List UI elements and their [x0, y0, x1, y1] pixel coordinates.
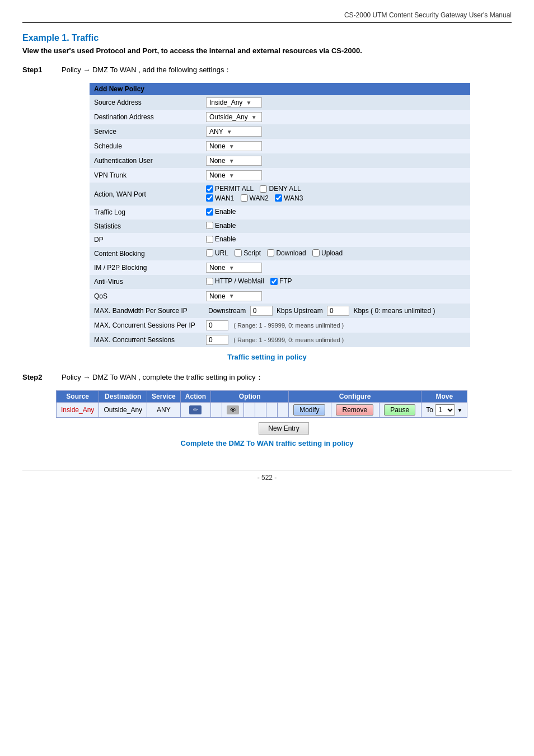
qos-arrow: ▼ — [229, 293, 235, 299]
statistics-row: Statistics Enable — [90, 220, 470, 234]
url-checkbox[interactable]: URL — [206, 249, 228, 257]
downstream-label: Downstream — [208, 307, 246, 315]
service-label: Service — [90, 124, 202, 139]
wan3-checkbox[interactable]: WAN3 — [275, 194, 303, 202]
th-move: Move — [421, 390, 467, 402]
dp-value: Enable — [202, 233, 470, 247]
sessions-ip-input[interactable] — [206, 320, 228, 330]
action-edit-icon[interactable]: ✏ — [189, 405, 202, 414]
row-opt4 — [255, 402, 266, 417]
max-sessions-ip-row: MAX. Concurrent Sessions Per IP ( Range:… — [90, 318, 470, 333]
dp-input[interactable] — [206, 236, 213, 243]
dp-checkbox[interactable]: Enable — [206, 235, 236, 243]
im-p2p-value: None ▼ — [202, 260, 470, 275]
source-address-value: Inside_Any ▼ — [202, 95, 470, 110]
download-input[interactable] — [267, 249, 274, 256]
permit-all-checkbox[interactable]: PERMIT ALL — [206, 185, 254, 193]
row-remove: Remove — [331, 402, 380, 417]
download-checkbox[interactable]: Download — [267, 249, 306, 257]
sessions-ip-range: ( Range: 1 - 99999, 0: means unlimited ) — [233, 322, 344, 329]
script-input[interactable] — [235, 249, 242, 256]
schedule-arrow: ▼ — [229, 143, 235, 150]
qos-label: QoS — [90, 289, 202, 304]
upload-checkbox[interactable]: Upload — [312, 249, 343, 257]
traffic-table: Source Destination Service Action Option… — [56, 390, 467, 418]
schedule-select[interactable]: None ▼ — [206, 141, 262, 151]
row-destination: Outside_Any — [99, 402, 147, 417]
wan2-input[interactable] — [241, 194, 248, 202]
page-footer: - 522 - — [22, 470, 512, 482]
destination-address-select[interactable]: Outside_Any ▼ — [206, 112, 262, 122]
page-header: CS-2000 UTM Content Security Gateway Use… — [22, 11, 512, 23]
auth-user-select[interactable]: None ▼ — [206, 156, 262, 166]
kbps-note: Kbps ( 0: means unlimited ) — [353, 307, 435, 315]
deny-all-input[interactable] — [260, 185, 267, 193]
statistics-input[interactable] — [206, 222, 213, 229]
traffic-table-row: Inside_Any Outside_Any ANY ✏ 👁 Modify Re… — [57, 402, 467, 417]
permit-all-input[interactable] — [206, 185, 213, 193]
content-blocking-value: URL Script Download Upload — [202, 247, 470, 261]
source-address-select[interactable]: Inside_Any ▼ — [206, 97, 262, 108]
statistics-checkbox[interactable]: Enable — [206, 222, 236, 230]
source-address-arrow: ▼ — [246, 100, 251, 106]
eye-icon[interactable]: 👁 — [227, 405, 239, 414]
schedule-label: Schedule — [90, 139, 202, 153]
max-sessions-label: MAX. Concurrent Sessions — [90, 333, 202, 347]
im-p2p-label: IM / P2P Blocking — [90, 260, 202, 275]
row-opt3 — [244, 402, 255, 417]
th-option: Option — [211, 390, 289, 402]
url-input[interactable] — [206, 249, 213, 256]
deny-all-checkbox[interactable]: DENY ALL — [260, 185, 301, 193]
max-bandwidth-value: Downstream Kbps Upstream Kbps ( 0: means… — [202, 304, 470, 318]
ftp-checkbox[interactable]: FTP — [270, 277, 292, 285]
http-webmail-input[interactable] — [206, 278, 213, 285]
modify-button[interactable]: Modify — [293, 404, 325, 416]
upstream-input[interactable] — [327, 306, 349, 316]
action-wan-value: PERMIT ALL DENY ALL WAN1 WAN2 WAN3 — [202, 183, 470, 206]
wan3-input[interactable] — [275, 194, 282, 202]
schedule-row: Schedule None ▼ — [90, 139, 470, 153]
destination-address-value: Outside_Any ▼ — [202, 110, 470, 124]
vpn-trunk-select[interactable]: None ▼ — [206, 170, 262, 180]
destination-address-row: Destination Address Outside_Any ▼ — [90, 110, 470, 124]
downstream-input[interactable] — [250, 306, 273, 316]
service-value: ANY ▼ — [202, 124, 470, 139]
content-blocking-row: Content Blocking URL Script Download Upl… — [90, 247, 470, 261]
wan1-checkbox[interactable]: WAN1 — [206, 194, 234, 202]
policy-form: Add New Policy Source Address Inside_Any… — [56, 83, 512, 347]
anti-virus-label: Anti-Virus — [90, 275, 202, 289]
wan1-input[interactable] — [206, 194, 213, 202]
http-webmail-checkbox[interactable]: HTTP / WebMail — [206, 277, 264, 285]
row-service: ANY — [147, 402, 181, 417]
auth-user-label: Authentication User — [90, 153, 202, 168]
script-checkbox[interactable]: Script — [235, 249, 261, 257]
pause-button[interactable]: Pause — [384, 404, 415, 416]
new-entry-button[interactable]: New Entry — [259, 422, 309, 435]
move-select[interactable]: 1 — [435, 404, 455, 416]
vpn-trunk-label: VPN Trunk — [90, 168, 202, 183]
qos-row: QoS None ▼ — [90, 289, 470, 304]
im-p2p-select[interactable]: None ▼ — [206, 263, 262, 273]
vpn-trunk-arrow: ▼ — [229, 172, 235, 179]
upload-input[interactable] — [312, 249, 320, 256]
th-service: Service — [147, 390, 181, 402]
step2-line: Step2 Policy → DMZ To WAN , complete the… — [22, 372, 512, 382]
destination-address-label: Destination Address — [90, 110, 202, 124]
traffic-log-input[interactable] — [206, 208, 213, 216]
auth-user-arrow: ▼ — [229, 158, 235, 164]
qos-select[interactable]: None ▼ — [206, 291, 262, 301]
wan2-checkbox[interactable]: WAN2 — [241, 194, 269, 202]
step1-label: Step1 — [22, 66, 62, 74]
th-action: Action — [180, 390, 210, 402]
service-select[interactable]: ANY ▼ — [206, 127, 262, 137]
traffic-log-value: Enable — [202, 206, 470, 220]
traffic-log-row: Traffic Log Enable — [90, 206, 470, 220]
traffic-log-checkbox[interactable]: Enable — [206, 208, 236, 216]
page-number: - 522 - — [257, 474, 277, 482]
sessions-input[interactable] — [206, 335, 228, 345]
remove-button[interactable]: Remove — [336, 404, 373, 416]
im-p2p-row: IM / P2P Blocking None ▼ — [90, 260, 470, 275]
ftp-input[interactable] — [270, 278, 278, 285]
row-action: ✏ — [180, 402, 210, 417]
new-entry-container: New Entry — [56, 422, 512, 435]
